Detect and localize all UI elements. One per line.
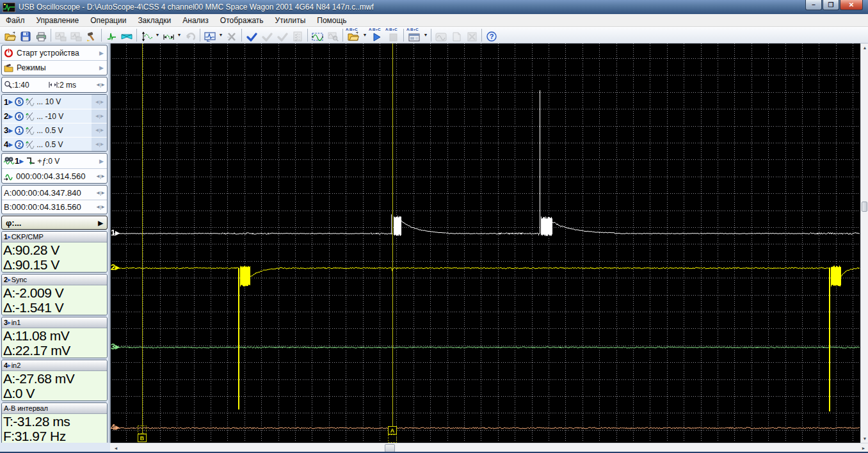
confirm-2-button bbox=[259, 28, 275, 43]
cursor-a-stepper[interactable]: ◄|► bbox=[95, 190, 105, 196]
channel-3-marker[interactable]: 3▸ bbox=[111, 342, 120, 351]
clear-screen-button bbox=[224, 28, 239, 43]
help-button[interactable]: ? bbox=[484, 28, 499, 43]
channel-1-marker[interactable]: 1▸ bbox=[111, 228, 120, 237]
scope-canvas[interactable] bbox=[113, 44, 860, 443]
restore-button[interactable]: ❐ bbox=[823, 0, 839, 10]
channel-arrow-icon: ▶ bbox=[19, 158, 24, 164]
toolbar-separator bbox=[403, 29, 404, 42]
position-stepper[interactable]: ◄|► bbox=[95, 173, 105, 179]
phase-label: φ:... bbox=[6, 218, 98, 228]
select-fragment-button[interactable] bbox=[310, 28, 325, 43]
menu-Отображать[interactable]: Отображать bbox=[214, 15, 269, 26]
start-device-button[interactable]: Старт устройства ▶ bbox=[2, 45, 107, 60]
measure-panel-sync: 2 ▸ Sync A:-2.009 V Δ:-1.541 V bbox=[1, 274, 108, 315]
measure-delta-value: Δ:-1.541 V bbox=[3, 300, 106, 315]
menu-Утилиты[interactable]: Утилиты bbox=[269, 15, 312, 26]
channel-4-marker[interactable]: 4▸ bbox=[111, 422, 120, 432]
vertical-scroll-thumb[interactable] bbox=[862, 202, 867, 212]
menu-Файл[interactable]: Файл bbox=[0, 15, 31, 26]
dropdown-arrow-icon[interactable]: ▼ bbox=[154, 28, 161, 43]
confirm-button[interactable] bbox=[244, 28, 259, 43]
toolbar: ▼▼▼A:B+C▼A:B+CA:B+CA:B+C▼? bbox=[0, 27, 868, 44]
close-button[interactable]: ✕ bbox=[840, 0, 863, 10]
single-pulse-button[interactable] bbox=[104, 28, 119, 43]
interval-f-value: F:31.97 Hz bbox=[3, 429, 106, 443]
toolbar-separator bbox=[136, 29, 137, 42]
expand-arrow-icon[interactable]: ▶ bbox=[99, 65, 104, 71]
measure-panel-ckp-cmp: 1 ▸ CKP/CMP A:90.28 V Δ:90.15 V bbox=[1, 231, 108, 273]
trigger-channel: 1 bbox=[15, 156, 19, 166]
measure-delta-value: Δ:22.17 mV bbox=[3, 343, 106, 358]
menu-Анализ[interactable]: Анализ bbox=[177, 15, 214, 26]
expand-arrow-icon[interactable]: ▶ bbox=[99, 50, 104, 56]
cursor-b-row[interactable]: B:000:00:04.316.560 ◄|► bbox=[2, 200, 107, 214]
tools-export-button[interactable] bbox=[84, 28, 99, 43]
channel-stepper[interactable]: ◄|► bbox=[95, 99, 104, 105]
menu-Помощь[interactable]: Помощь bbox=[311, 15, 352, 26]
channel-range: ... -10 V bbox=[36, 112, 90, 121]
zoom-time-row[interactable]: :1:40 :2 ms ◄|► bbox=[2, 77, 107, 92]
channel-2-marker[interactable]: 2▸ bbox=[111, 262, 120, 272]
start-device-label: Старт устройства bbox=[17, 49, 99, 58]
marker-wave-button[interactable] bbox=[119, 28, 134, 43]
vertical-scale-button[interactable] bbox=[139, 28, 154, 43]
modes-label: Режимы bbox=[17, 63, 99, 72]
abc-caption: A:B+C bbox=[369, 28, 381, 31]
menu-bar: ФайлУправлениеОперацииЗакладкиАнализОтоб… bbox=[0, 14, 868, 27]
channel-range: ... 0.5 V bbox=[36, 126, 90, 135]
modes-button[interactable]: Режимы ▶ bbox=[2, 60, 107, 75]
abc-caption: A:B+C bbox=[385, 28, 398, 31]
menu-Операции[interactable]: Операции bbox=[84, 15, 132, 26]
print-button[interactable] bbox=[33, 28, 49, 43]
report-wave-button bbox=[433, 28, 449, 43]
power-icon bbox=[4, 48, 13, 58]
channel-stepper[interactable]: ◄|► bbox=[95, 127, 104, 133]
dropdown-arrow-icon[interactable]: ▼ bbox=[176, 28, 182, 43]
channel-stepper[interactable]: ◄|► bbox=[95, 141, 104, 147]
horizontal-scroll-thumb[interactable] bbox=[385, 444, 395, 452]
channel-stepper[interactable]: ◄|► bbox=[95, 113, 104, 119]
horizontal-scrollbar[interactable]: ◄ ► bbox=[110, 443, 868, 453]
abc-run-button[interactable]: A:B+C bbox=[368, 28, 385, 43]
panel-channel-name: in1 bbox=[12, 319, 21, 326]
channel-row-1[interactable]: 1▶5... 10 V◄|► bbox=[2, 95, 107, 109]
scroll-up-icon[interactable]: ▲ bbox=[861, 44, 868, 52]
cursor-a-row[interactable]: A:000:00:04.347.840 ◄|► bbox=[2, 186, 107, 200]
copy-fragment-button bbox=[68, 28, 84, 43]
scroll-down-icon[interactable]: ▼ bbox=[861, 434, 868, 443]
minimize-button[interactable]: – bbox=[805, 0, 822, 10]
phase-measure-button[interactable]: φ:... ▶ bbox=[1, 216, 108, 230]
dropdown-arrow-icon[interactable]: ▼ bbox=[218, 28, 224, 43]
cursor-b-stepper[interactable]: ◄|► bbox=[95, 204, 105, 210]
toolbar-separator bbox=[200, 29, 200, 42]
zoom-stepper[interactable]: ◄|► bbox=[95, 82, 105, 88]
toolbar-separator bbox=[481, 29, 482, 42]
horizontal-scale-button[interactable] bbox=[161, 28, 176, 43]
trigger-level: :0 V bbox=[46, 157, 60, 166]
vertical-scrollbar[interactable]: ▲ ▼ bbox=[860, 44, 868, 443]
save-file-button[interactable] bbox=[18, 28, 33, 43]
dropdown-arrow-icon[interactable]: ▼ bbox=[362, 28, 368, 43]
scroll-left-icon[interactable]: ◄ bbox=[111, 443, 120, 453]
channel-range: ... 0.5 V bbox=[36, 140, 90, 149]
menu-Управление[interactable]: Управление bbox=[31, 15, 85, 26]
position-row[interactable]: 000:00:04.314.560 ◄|► bbox=[2, 168, 107, 183]
abc-panel-button[interactable]: A:B+C bbox=[406, 28, 422, 43]
channel-row-3[interactable]: 3▶1... 0.5 V◄|► bbox=[2, 123, 107, 137]
scroll-right-icon[interactable]: ► bbox=[859, 443, 868, 453]
channel-row-2[interactable]: 2▶6... -10 V◄|► bbox=[2, 109, 107, 123]
channel-arrow-icon: ▶ bbox=[8, 127, 13, 134]
expand-arrow-icon[interactable]: ▶ bbox=[99, 158, 104, 164]
abc-open-button[interactable]: A:B+C bbox=[345, 28, 362, 43]
menu-Закладки[interactable]: Закладки bbox=[132, 15, 177, 26]
panel-channel-name: Sync bbox=[12, 276, 27, 283]
trigger-row[interactable]: 1 ▶ +ƒ :0 V ▶ bbox=[2, 154, 107, 168]
magnifier-icon bbox=[4, 81, 12, 89]
display-mode-button[interactable] bbox=[202, 28, 218, 43]
open-file-button[interactable] bbox=[3, 28, 18, 43]
measure-a-value: A:90.28 V bbox=[3, 242, 106, 257]
channel-row-4[interactable]: 4▶2... 0.5 V◄|► bbox=[2, 137, 107, 151]
dropdown-arrow-icon[interactable]: ▼ bbox=[422, 28, 429, 43]
cursor-b-time: B:000:00:04.316.560 bbox=[4, 202, 95, 212]
